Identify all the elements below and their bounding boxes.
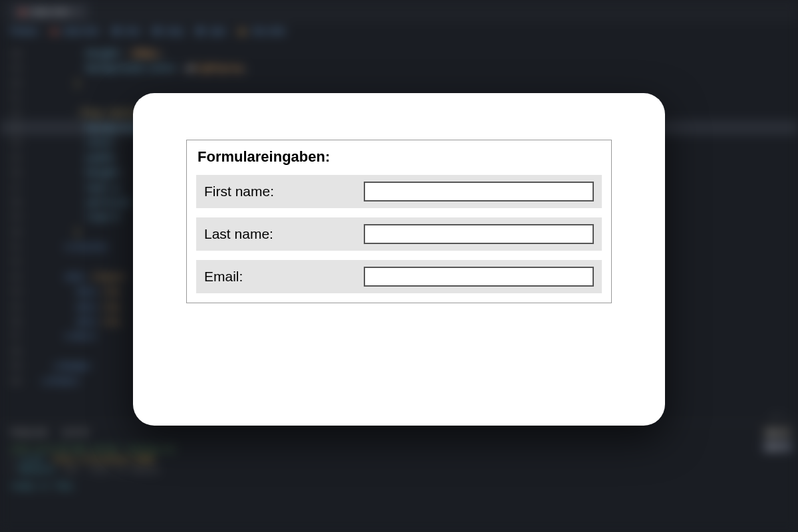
add-terminal-icon[interactable]: + ˅ … xyxy=(762,412,793,422)
terminal-panel: PROBLEMS OUTPUT vite v2.8.18 dev server … xyxy=(0,422,798,532)
chevron-right-icon: › xyxy=(43,27,46,36)
form-legend: Formulareingaben: xyxy=(196,148,602,166)
close-icon[interactable]: ✕ xyxy=(73,7,80,17)
chevron-right-icon: › xyxy=(188,27,191,36)
chevron-right-icon: › xyxy=(104,27,107,36)
breadcrumb-item[interactable]: Flexbox xyxy=(10,27,38,36)
tab-filename: index.html xyxy=(30,7,69,17)
terminal-line: ready in 71ms. xyxy=(10,481,77,491)
element-icon: ⬒ xyxy=(153,27,160,36)
element-icon: ⬒ xyxy=(112,27,120,36)
breadcrumb-item[interactable]: style xyxy=(209,27,225,36)
terminal-tab[interactable]: ▣ zsh xyxy=(762,441,793,452)
breadcrumb-item[interactable]: body xyxy=(166,27,183,36)
html-file-icon: ◆ xyxy=(19,7,26,17)
form-row-lastname: Last name: xyxy=(196,217,602,251)
email-input[interactable] xyxy=(364,267,594,287)
firstname-label: First name: xyxy=(204,184,364,200)
firstname-input[interactable] xyxy=(364,182,594,201)
element-icon: ⬒ xyxy=(196,27,203,36)
breadcrumb-item[interactable]: index.html xyxy=(63,27,99,36)
preview-card: Formulareingaben: First name: Last name:… xyxy=(133,93,665,426)
tab-output[interactable]: OUTPUT xyxy=(62,428,90,438)
terminal-tabs: + ˅ … ▣ zsh ▣ zsh xyxy=(762,412,793,452)
form-row-firstname: First name: xyxy=(196,175,602,208)
chevron-right-icon: › xyxy=(231,27,233,36)
class-icon: ◉ xyxy=(239,27,245,36)
tab-problems[interactable]: PROBLEMS xyxy=(10,428,49,438)
chevron-right-icon: › xyxy=(145,27,148,36)
breadcrumb: Flexbox › ◆ index.html › ⬒ html › ⬒ body… xyxy=(0,23,798,39)
terminal-line: vite v2.8.18 dev server running at: xyxy=(10,444,178,454)
terminal-line: > Network: use --host to expose xyxy=(10,466,788,475)
breadcrumb-item[interactable]: html xyxy=(125,27,140,36)
breadcrumb-item[interactable]: .flex-child xyxy=(251,27,285,36)
email-label: Email: xyxy=(204,269,364,285)
lastname-label: Last name: xyxy=(204,226,364,242)
terminal-tab[interactable]: ▣ zsh xyxy=(762,427,793,438)
panel-tabs: PROBLEMS OUTPUT xyxy=(10,428,788,438)
lastname-input[interactable] xyxy=(364,224,594,244)
tab-bar: ◆ index.html ✕ xyxy=(0,0,798,23)
file-tab[interactable]: ◆ index.html ✕ xyxy=(10,3,89,21)
form-fieldset: Formulareingaben: First name: Last name:… xyxy=(186,140,612,303)
form-row-email: Email: xyxy=(196,260,602,293)
terminal-line: > Local: http://localhost:3000 xyxy=(10,455,788,464)
html-file-icon: ◆ xyxy=(51,27,57,36)
